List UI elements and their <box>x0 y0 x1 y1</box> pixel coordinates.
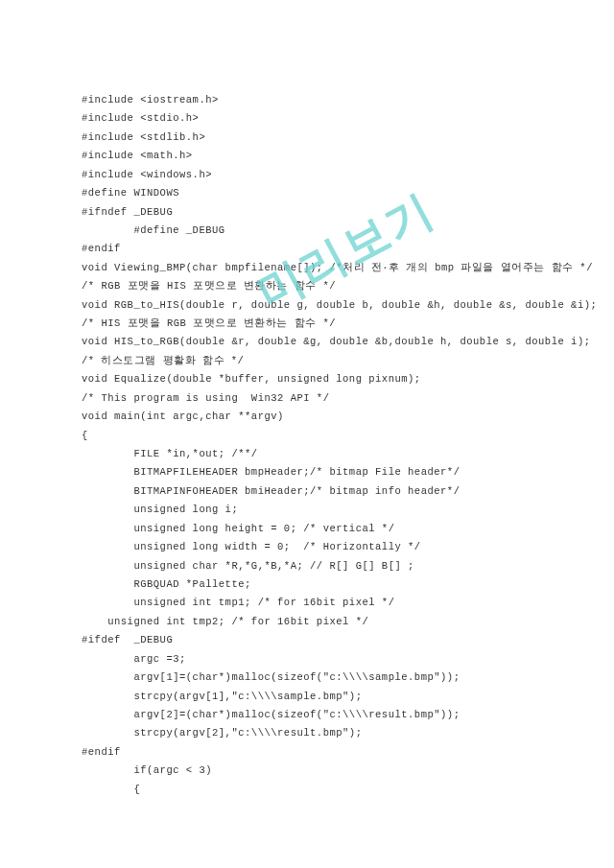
code-line: #include <math.h> <box>82 147 532 165</box>
document-page: 미리보기 #include <iostream.h>#include <stdi… <box>0 0 614 868</box>
code-line: #ifndef _DEBUG <box>82 203 532 222</box>
code-line: void Equalize(double *buffer, unsigned l… <box>82 370 532 388</box>
code-line: /* HIS 포맷을 RGB 포맷으로 변환하는 함수 */ <box>82 315 532 333</box>
code-line: unsigned int tmp1; /* for 16bit pixel */ <box>82 594 532 612</box>
code-line: /* This program is using Win32 API */ <box>82 389 532 408</box>
code-line: void RGB_to_HIS(double r, double g, doub… <box>82 296 532 315</box>
code-line: /* 히스토그램 평활화 함수 */ <box>82 352 532 370</box>
code-line: void main(int argc,char **argv) <box>82 408 532 426</box>
code-line: strcpy(argv[2],"c:\\\\result.bmp"); <box>82 724 532 742</box>
code-line: BITMAPFILEHEADER bmpHeader;/* bitmap Fil… <box>82 463 532 481</box>
code-line: unsigned int tmp2; /* for 16bit pixel */ <box>82 613 532 631</box>
code-line: strcpy(argv[1],"c:\\\\sample.bmp"); <box>82 688 532 706</box>
code-listing: #include <iostream.h>#include <stdio.h>#… <box>82 91 532 799</box>
code-line: { <box>82 781 532 799</box>
code-line: #endif <box>82 240 532 258</box>
code-line: void Viewing_BMP(char bmpfilename[]); /*… <box>82 259 532 277</box>
code-line: unsigned long width = 0; /* Horizontally… <box>82 538 532 556</box>
code-line: unsigned char *R,*G,*B,*A; // R[] G[] B[… <box>82 557 532 575</box>
code-line: RGBQUAD *Pallette; <box>82 575 532 594</box>
code-line: #include <stdlib.h> <box>82 129 532 147</box>
code-line: argv[1]=(char*)malloc(sizeof("c:\\\\samp… <box>82 669 532 687</box>
code-line: { <box>82 427 532 445</box>
code-line: #include <windows.h> <box>82 166 532 184</box>
code-line: argv[2]=(char*)malloc(sizeof("c:\\\\resu… <box>82 706 532 724</box>
code-line: #define WINDOWS <box>82 184 532 202</box>
code-line: /* RGB 포맷을 HIS 포맷으로 변환하는 함수 */ <box>82 277 532 295</box>
code-line: BITMAPINFOHEADER bmiHeader;/* bitmap inf… <box>82 482 532 501</box>
code-line: #endif <box>82 743 532 762</box>
code-line: FILE *in,*out; /**/ <box>82 445 532 463</box>
code-line: unsigned long i; <box>82 501 532 519</box>
code-line: #ifdef _DEBUG <box>82 631 532 649</box>
code-line: #define _DEBUG <box>82 222 532 240</box>
code-line: unsigned long height = 0; /* vertical */ <box>82 520 532 538</box>
code-line: void HIS_to_RGB(double &r, double &g, do… <box>82 333 532 351</box>
code-line: #include <stdio.h> <box>82 109 532 128</box>
code-line: if(argc < 3) <box>82 762 532 780</box>
code-line: #include <iostream.h> <box>82 91 532 109</box>
code-line: argc =3; <box>82 650 532 669</box>
